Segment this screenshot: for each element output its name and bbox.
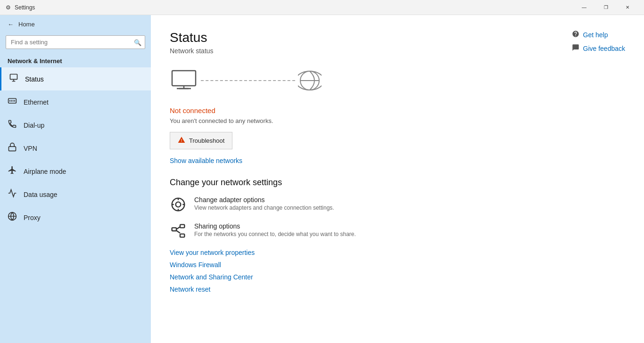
feedback-icon (572, 44, 579, 53)
sharing-center-link[interactable]: Network and Sharing Center (170, 273, 625, 281)
settings-icon: ⚙ (6, 4, 11, 11)
network-reset-link[interactable]: Network reset (170, 286, 625, 293)
back-arrow-icon: ← (8, 21, 14, 28)
get-help-label: Get help (583, 31, 608, 39)
globe-icon (298, 69, 322, 92)
windows-firewall-link[interactable]: Windows Firewall (170, 261, 625, 269)
sidebar-section-title: Network & Internet (0, 53, 151, 67)
home-label: Home (18, 21, 35, 28)
ethernet-icon (8, 96, 17, 108)
sidebar-item-status[interactable]: Status (0, 67, 151, 90)
title-bar-left: ⚙ Settings (6, 4, 35, 11)
airplane-icon (8, 165, 17, 177)
not-connected-status: Not connected (170, 106, 625, 114)
svg-rect-4 (172, 71, 196, 86)
maximize-button[interactable]: ❐ (595, 0, 617, 15)
adapter-title: Change adapter options (194, 196, 334, 204)
sidebar-item-label: VPN (24, 145, 37, 152)
svg-rect-1 (8, 98, 17, 103)
change-network-title: Change your network settings (170, 178, 625, 188)
sidebar-item-airplane[interactable]: Airplane mode (0, 160, 151, 183)
vpn-icon (8, 142, 17, 154)
view-properties-link[interactable]: View your network properties (170, 249, 625, 256)
get-help-link[interactable]: Get help (572, 30, 626, 39)
sidebar: ← Home 🔍 Network & Internet Status (0, 15, 151, 343)
title-bar: ⚙ Settings — ❐ ✕ (0, 0, 644, 15)
warning-icon (178, 136, 185, 145)
sidebar-item-datausage[interactable]: Data usage (0, 183, 151, 206)
help-icon (572, 30, 579, 39)
svg-rect-2 (9, 147, 16, 151)
status-description: You aren't connected to any networks. (170, 117, 625, 124)
search-container: 🔍 (6, 35, 145, 49)
search-input[interactable] (6, 35, 145, 49)
sidebar-item-vpn[interactable]: VPN (0, 137, 151, 160)
svg-point-8 (176, 202, 181, 207)
search-icon: 🔍 (134, 39, 141, 46)
svg-rect-9 (172, 228, 176, 231)
sidebar-item-dialup[interactable]: Dial-up (0, 114, 151, 137)
proxy-icon (8, 212, 17, 223)
show-networks-link[interactable]: Show available networks (170, 157, 625, 164)
sidebar-item-proxy[interactable]: Proxy (0, 206, 151, 229)
computer-icon (170, 69, 198, 92)
main-content: Get help Give feedback Status Network st… (151, 15, 644, 343)
sidebar-item-label: Proxy (24, 214, 41, 221)
sharing-title: Sharing options (194, 222, 356, 230)
feedback-label: Give feedback (583, 45, 626, 52)
sidebar-item-ethernet[interactable]: Ethernet (0, 90, 151, 114)
connection-line (201, 80, 295, 81)
sharing-option: Sharing options For the networks you con… (170, 222, 625, 239)
network-status-subtitle: Network status (170, 47, 625, 55)
sidebar-item-label: Dial-up (24, 122, 44, 129)
title-bar-controls: — ❐ ✕ (573, 0, 638, 15)
close-button[interactable]: ✕ (617, 0, 638, 15)
network-diagram (170, 64, 625, 97)
sharing-desc: For the networks you connect to, decide … (194, 231, 356, 237)
sidebar-item-label: Data usage (24, 191, 58, 198)
sidebar-item-label: Airplane mode (24, 168, 66, 175)
adapter-icon (170, 196, 187, 213)
svg-rect-10 (180, 225, 184, 228)
sidebar-item-label: Status (25, 75, 44, 83)
status-icon (9, 73, 18, 85)
page-title: Status (170, 30, 625, 45)
adapter-option: Change adapter options View network adap… (170, 196, 625, 213)
dialup-icon (8, 119, 17, 131)
svg-rect-0 (10, 74, 17, 80)
adapter-desc: View network adapters and change connect… (194, 204, 334, 211)
app-title: Settings (15, 4, 35, 11)
troubleshoot-label: Troubleshoot (189, 137, 224, 144)
sidebar-item-label: Ethernet (24, 98, 49, 106)
sharing-icon (170, 222, 187, 239)
right-panel: Get help Give feedback (572, 30, 626, 53)
app-body: ← Home 🔍 Network & Internet Status (0, 15, 644, 343)
feedback-link[interactable]: Give feedback (572, 44, 626, 53)
datausage-icon (8, 188, 17, 200)
svg-rect-11 (180, 234, 184, 237)
back-button[interactable]: ← Home (0, 15, 151, 33)
minimize-button[interactable]: — (573, 0, 595, 15)
troubleshoot-button[interactable]: Troubleshoot (170, 132, 232, 149)
